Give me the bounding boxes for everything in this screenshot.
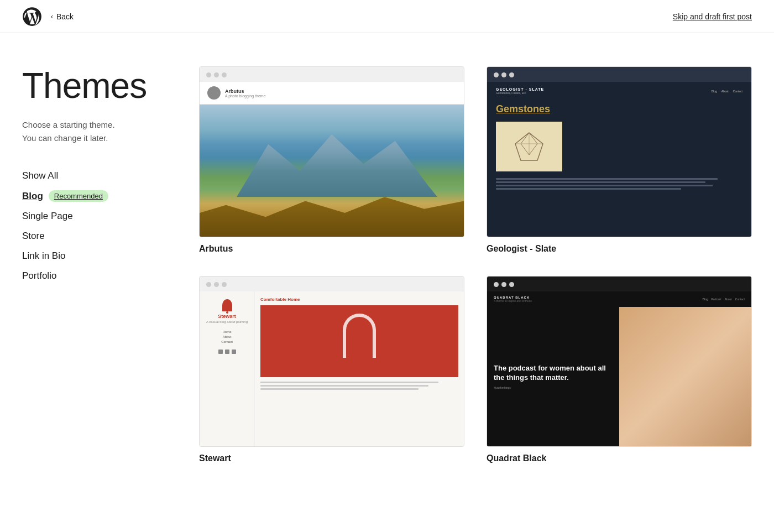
stewart-post-image <box>260 305 458 377</box>
geologist-site-title: GEOLOGIST - SLATE <box>496 87 544 91</box>
arbutus-theme-name: Arbutus <box>199 244 464 254</box>
arbutus-blog-title: Arbutus <box>225 88 266 94</box>
stewart-text-3 <box>260 388 419 390</box>
stewart-social-icons <box>218 350 236 354</box>
stewart-theme-name: Stewart <box>199 453 464 463</box>
quadrat-nav: QUADRAT BLACK A theme to inspire and ent… <box>487 291 751 307</box>
geologist-site-tagline: Gemstones, Fossils, Etc. <box>496 91 544 95</box>
arbutus-avatar <box>207 86 221 100</box>
back-label: Back <box>56 12 74 21</box>
dot-1 <box>206 72 211 77</box>
nav-item-blog[interactable]: Blog Recommended <box>22 187 166 205</box>
stewart-instagram-icon <box>232 350 236 354</box>
stewart-text-1 <box>260 382 438 383</box>
geologist-content: Gemstones <box>496 103 742 191</box>
geologist-theme-name: Geologist - Slate <box>487 244 752 254</box>
quadrat-headline: The podcast for women about all the thin… <box>494 364 613 383</box>
window-controls <box>487 277 751 291</box>
nav-item-portfolio[interactable]: Portfolio <box>22 267 166 285</box>
header-left: ‹ Back <box>22 7 74 27</box>
dot-3 <box>222 72 227 77</box>
stewart-twitter-icon <box>218 350 223 354</box>
dot-3 <box>222 282 227 287</box>
quadrat-hero-text: The podcast for women about all the thin… <box>487 307 619 446</box>
back-chevron-icon: ‹ <box>51 13 53 20</box>
stewart-screenshot: Stewart A casual blog about painting Hom… <box>200 291 464 446</box>
nav-item-show-all[interactable]: Show All <box>22 167 166 185</box>
geologist-nav-blog: Blog <box>712 90 717 93</box>
page-subtitle: Choose a starting theme. You can change … <box>22 118 166 145</box>
dot-1 <box>494 282 499 287</box>
sidebar: Themes Choose a starting theme. You can … <box>22 66 166 463</box>
quadrat-preview-container: QUADRAT BLACK A theme to inspire and ent… <box>487 276 752 447</box>
stewart-post-title: Comfortable Home <box>260 297 458 302</box>
gem-svg <box>512 130 546 163</box>
geologist-preview-container: GEOLOGIST - SLATE Gemstones, Fossils, Et… <box>487 66 752 237</box>
geologist-gem-image <box>496 122 562 171</box>
dot-2 <box>214 282 219 287</box>
skip-link[interactable]: Skip and draft first post <box>673 12 752 21</box>
quadrat-nav-contact: Contact <box>735 298 745 301</box>
quadrat-hero-images <box>619 307 751 446</box>
dot-2 <box>214 72 219 77</box>
geologist-nav-contact: Contact <box>733 90 742 93</box>
stewart-tagline: A casual blog about painting <box>206 320 248 324</box>
dot-1 <box>206 282 211 287</box>
theme-card-arbutus[interactable]: Arbutus A photo blogging theme Arbutus <box>199 66 464 254</box>
stewart-preview-container: Stewart A casual blog about painting Hom… <box>199 276 464 447</box>
quadrat-nav-links: Blog Podcast About Contact <box>703 298 745 301</box>
arbutus-preview: Arbutus A photo blogging theme <box>199 66 464 237</box>
quadrat-brand-info: QUADRAT BLACK A theme to inspire and ent… <box>494 296 532 302</box>
stewart-blog-name: Stewart <box>218 314 236 319</box>
stewart-nav-home: Home <box>222 330 231 333</box>
header: ‹ Back Skip and draft first post <box>0 0 774 33</box>
geologist-brand: GEOLOGIST - SLATE Gemstones, Fossils, Et… <box>496 87 544 95</box>
theme-grid: Arbutus A photo blogging theme Arbutus <box>199 66 752 463</box>
main-content: Themes Choose a starting theme. You can … <box>0 33 774 486</box>
window-controls <box>200 67 464 82</box>
theme-card-geologist-slate[interactable]: GEOLOGIST - SLATE Gemstones, Fossils, Et… <box>487 66 752 254</box>
stewart-nav-contact: Contact <box>221 340 233 343</box>
geologist-nav: GEOLOGIST - SLATE Gemstones, Fossils, Et… <box>496 87 742 95</box>
nav-item-store[interactable]: Store <box>22 227 166 245</box>
quadrat-screenshot: QUADRAT BLACK A theme to inspire and ent… <box>487 291 751 446</box>
quadrat-nav-podcast: Podcast <box>712 298 721 301</box>
dot-3 <box>509 72 514 77</box>
quadrat-brand: QUADRAT BLACK A theme to inspire and ent… <box>494 296 532 302</box>
theme-category-nav: Show All Blog Recommended Single Page St… <box>22 167 166 285</box>
quadrat-nav-blog: Blog <box>703 298 708 301</box>
geologist-nav-links: Blog About Contact <box>712 90 742 93</box>
stewart-text-2 <box>260 385 428 387</box>
nav-item-single-page[interactable]: Single Page <box>22 207 166 225</box>
dot-1 <box>494 72 499 77</box>
geologist-post-title: Gemstones <box>496 103 550 115</box>
stewart-facebook-icon <box>225 350 229 354</box>
quadrat-brand-tagline: A theme to inspire and enthuse <box>494 299 532 302</box>
quadrat-theme-name: Quadrat Black <box>487 453 752 463</box>
stewart-logo <box>222 299 232 311</box>
geologist-screenshot: GEOLOGIST - SLATE Gemstones, Fossils, Et… <box>487 82 751 237</box>
back-button[interactable]: ‹ Back <box>51 12 74 21</box>
dot-2 <box>501 72 506 77</box>
dot-3 <box>509 282 514 287</box>
window-controls <box>487 67 751 82</box>
arbutus-screenshot: Arbutus A photo blogging theme <box>200 82 464 237</box>
quadrat-hero: The podcast for women about all the thin… <box>487 307 751 446</box>
arbutus-blog-tagline: A photo blogging theme <box>225 94 266 98</box>
stewart-nav-about: About <box>223 335 232 338</box>
window-controls <box>200 277 464 291</box>
theme-card-quadrat-black[interactable]: QUADRAT BLACK A theme to inspire and ent… <box>487 276 752 463</box>
stewart-arch-decoration <box>343 314 376 358</box>
arbutus-header: Arbutus A photo blogging theme <box>200 82 464 105</box>
quadrat-image-1 <box>619 307 751 446</box>
quadrat-tag: #justthethings <box>494 386 613 389</box>
theme-card-stewart[interactable]: Stewart A casual blog about painting Hom… <box>199 276 464 463</box>
geologist-body-text <box>496 178 742 191</box>
wordpress-logo[interactable] <box>22 7 42 27</box>
geologist-nav-about: About <box>721 90 729 93</box>
recommended-badge: Recommended <box>49 190 108 202</box>
arbutus-hero-image <box>200 105 464 237</box>
nav-item-link-in-bio[interactable]: Link in Bio <box>22 247 166 265</box>
page-title: Themes <box>22 66 166 105</box>
stewart-sidebar: Stewart A casual blog about painting Hom… <box>200 291 255 446</box>
